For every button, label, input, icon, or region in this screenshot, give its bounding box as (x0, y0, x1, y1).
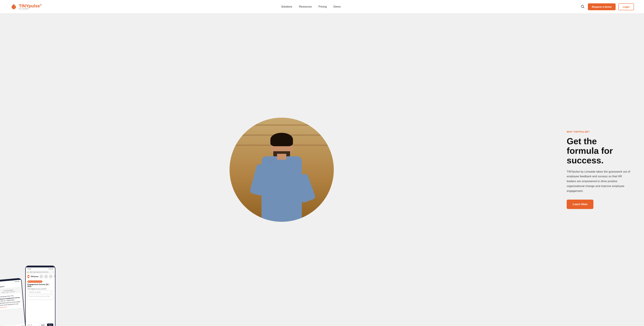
survey-next-button[interactable]: Next (47, 324, 53, 326)
survey-title: Engagement Survey Q4 / 2021 (26, 283, 55, 287)
why-label: WHY TINYPULSE? (567, 130, 630, 133)
nav-actions: Request a Demo Login (580, 3, 634, 10)
url-bar: 🔒 https://app.tinypulse.com/home/... ↻ (26, 271, 55, 274)
survey-back-button[interactable]: Back (40, 324, 46, 326)
nav-pricing[interactable]: Pricing (318, 5, 327, 8)
logo-text: TINYpulse® by Limeade (19, 4, 42, 10)
tinypulse-logo-icon (10, 3, 18, 10)
hero-circle-image (230, 118, 334, 222)
survey-textarea: Give as much detail as you like. (28, 295, 53, 300)
logo: TINYpulse® by Limeade (10, 3, 42, 10)
nav-demo[interactable]: Demo (334, 5, 341, 8)
nav-solutions[interactable]: Solutions (281, 5, 292, 8)
phone-right-status-bar: 10:02 ● ● 4G (26, 267, 55, 271)
hero-section: 10:19 ● ● 4G ‹ TINYpulse ! Text MessageS… (0, 13, 644, 326)
hero-heading: Get the formula for success. (567, 136, 630, 165)
nav-links: Solutions Resources Pricing Demo (281, 5, 341, 8)
request-demo-button[interactable]: Request a Demo (588, 3, 616, 10)
hero-content: WHY TINYPULSE? Get the formula for succe… (567, 130, 630, 209)
survey-content: Anonymous Survey Engagement Survey Q4 / … (26, 280, 55, 322)
app-logo (28, 275, 30, 278)
survey-question: How happy are you at work? (26, 288, 55, 290)
brand-name: TINYpulse® (19, 4, 42, 8)
survey-nav: 3 of 18 Back Next (26, 322, 55, 326)
survey-dropdown[interactable]: Choose an option ▾ (28, 291, 53, 294)
search-button[interactable] (580, 4, 585, 9)
phone-app-header: TINYpulse ≡ (26, 274, 55, 280)
learn-how-button[interactable]: Learn How (567, 200, 594, 209)
phone-left-chat: Text MessageSep 5, 2021, 5:36 PM It's TI… (0, 287, 25, 326)
brand-sub: by Limeade (19, 8, 42, 10)
phone-left: 10:19 ● ● 4G ‹ TINYpulse ! Text MessageS… (0, 278, 26, 326)
phone-right-screen: 10:02 ● ● 4G 🔒 https://app.tinypulse.com… (26, 267, 55, 326)
nav-resources[interactable]: Resources (299, 5, 312, 8)
hero-left: 10:19 ● ● 4G ‹ TINYpulse ! Text MessageS… (0, 13, 556, 326)
phone-right: 10:02 ● ● 4G 🔒 https://app.tinypulse.com… (25, 266, 56, 326)
survey-page-info: 3 of 18 (28, 324, 32, 326)
hero-right: WHY TINYPULSE? Get the formula for succe… (556, 13, 644, 326)
login-button[interactable]: Login (618, 3, 634, 10)
phone-left-screen: 10:19 ● ● 4G ‹ TINYpulse ! Text MessageS… (0, 280, 26, 326)
navbar: TINYpulse® by Limeade Solutions Resource… (0, 0, 644, 13)
svg-line-1 (583, 7, 584, 8)
hero-body: TINYpulse by Limeade takes the guesswork… (567, 169, 630, 194)
survey-tag: Anonymous Survey (28, 281, 42, 283)
chat-bubble: It's TINYpulse time! The Employee Engage… (0, 293, 22, 310)
phones-overlay: 10:19 ● ● 4G ‹ TINYpulse ! Text MessageS… (0, 266, 56, 326)
search-icon (581, 5, 584, 8)
